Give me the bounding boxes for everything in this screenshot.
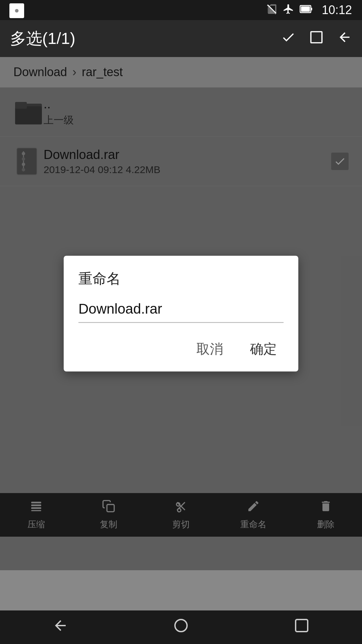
svg-rect-6 xyxy=(311,32,322,43)
svg-rect-5 xyxy=(301,6,310,12)
svg-rect-4 xyxy=(311,8,312,10)
rename-dialog: 重命名 取消 确定 xyxy=(64,256,298,372)
nav-back-button[interactable] xyxy=(52,618,68,637)
nav-bar xyxy=(0,610,362,644)
file-list-area: Download › rar_test .. 上一级 Download.r xyxy=(0,57,362,570)
no-sim-icon xyxy=(266,3,278,17)
app-bar-title: 多选(1/1) xyxy=(10,28,75,49)
app-bar: 多选(1/1) xyxy=(0,20,362,57)
status-icons: 10:12 xyxy=(266,3,352,17)
svg-rect-23 xyxy=(296,620,308,632)
confirm-icon[interactable] xyxy=(281,30,296,48)
status-bar: 10:12 xyxy=(0,0,362,20)
status-time: 10:12 xyxy=(322,3,352,17)
nav-recents-button[interactable] xyxy=(294,618,310,637)
rename-input[interactable] xyxy=(78,298,284,323)
dialog-actions: 取消 确定 xyxy=(78,336,284,362)
airplane-icon xyxy=(283,3,294,17)
cancel-button[interactable]: 取消 xyxy=(190,336,230,362)
photo-icon xyxy=(9,3,24,18)
confirm-button[interactable]: 确定 xyxy=(243,336,284,362)
app-bar-actions xyxy=(281,30,352,48)
svg-point-22 xyxy=(175,620,187,632)
svg-point-1 xyxy=(15,9,19,13)
dialog-title: 重命名 xyxy=(78,269,284,288)
nav-home-button[interactable] xyxy=(173,618,189,637)
select-all-icon[interactable] xyxy=(309,30,324,48)
battery-icon xyxy=(300,3,313,17)
back-icon[interactable] xyxy=(337,30,352,48)
